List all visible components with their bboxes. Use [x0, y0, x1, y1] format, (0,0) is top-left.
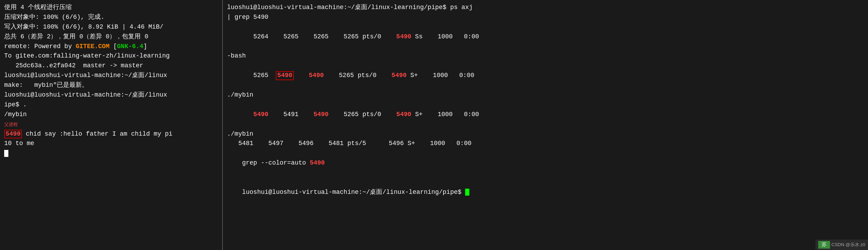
- left-line-3: 写入对象中: 100% (6/6), 8.92 KiB | 4.46 MiB/: [4, 22, 218, 32]
- left-line-6: To gitee.com:falling-water-zh/linux-lear…: [4, 51, 218, 61]
- gnk-label: GNK-6.4: [117, 43, 143, 50]
- right-prompt-bottom: luoshui@luoshui-virtual-machine:~/桌面/lin…: [227, 178, 864, 207]
- left-line-7: 25dc63a..e2fa042 master -> master: [4, 61, 218, 71]
- prompt-bottom-text: luoshui@luoshui-virtual-machine:~/桌面/lin…: [242, 189, 465, 196]
- pid-3: 5491: [268, 111, 314, 118]
- left-line-8: luoshui@luoshui-virtual-machine:~/桌面/lin…: [4, 71, 218, 81]
- left-terminal: 使用 4 个线程进行压缩 压缩对象中: 100% (6/6), 完成. 写入对象…: [0, 0, 223, 250]
- proc-2: 5490: [392, 72, 407, 79]
- chid-text: chid say :hello father I am child my pi: [22, 130, 172, 137]
- right-prompt-top: luoshui@luoshui-virtual-machine:~/桌面/lin…: [227, 3, 864, 13]
- rest-1: Ss 1000 0:00: [411, 33, 479, 40]
- pid-box-2: 5490: [276, 71, 294, 80]
- ppid-1: 5264 5265 5265 5265 pts/0: [242, 33, 396, 40]
- pgid-2: [294, 72, 309, 79]
- pgid-2-val: 5490: [309, 72, 324, 79]
- btn-su[interactable]: 苏: [818, 241, 830, 249]
- table-row-4: 5481 5497 5496 5481 pts/5 5496 S+ 1000 0…: [227, 139, 864, 149]
- grep-5490: 5490: [310, 159, 325, 166]
- table-row-2: 5265 5490 5490 5265 pts/0 5490 S+ 1000 0…: [227, 61, 864, 90]
- left-line-12: /mybin: [4, 110, 218, 120]
- pid-5490-box: 5490: [4, 130, 22, 139]
- bottom-bar: 苏 CSDN @乐水 z0: [815, 240, 868, 250]
- mybin-line-1: ./mybin: [227, 90, 864, 100]
- stat-3: S+ 1000 0:00: [411, 111, 479, 118]
- cursor-white: [4, 150, 8, 157]
- father-label: 父进程: [4, 122, 18, 127]
- mybin-line-2: ./mybin: [227, 129, 864, 139]
- left-line-11: ipe$ .: [4, 100, 218, 110]
- grep-text: grep --color=auto: [242, 159, 310, 166]
- left-line-10: luoshui@luoshui-virtual-machine:~/桌面/lin…: [4, 90, 218, 100]
- proc-3: 5490: [396, 111, 411, 118]
- ppid-3: 5490: [242, 111, 268, 118]
- gitee-label: GITEE.COM: [76, 43, 109, 50]
- pgid-3: 5490: [313, 111, 328, 118]
- grep-line: | grep 5490: [227, 13, 864, 22]
- right-terminal: luoshui@luoshui-virtual-machine:~/桌面/lin…: [223, 0, 868, 250]
- left-line-15: 10 to me: [4, 139, 218, 149]
- proc-1: 5490: [396, 33, 411, 40]
- bash-line: -bash: [227, 51, 864, 61]
- left-line-9: make: mybin"已是最新。: [4, 81, 218, 90]
- table-row-1: 5264 5265 5265 5265 pts/0 5490 Ss 1000 0…: [227, 22, 864, 52]
- left-line-1: 使用 4 个线程进行压缩: [4, 3, 218, 13]
- left-line-5: remote: Powered by GITEE.COM [GNK-6.4]: [4, 42, 218, 52]
- stat-2: S+ 1000 0:00: [407, 72, 474, 79]
- left-line-2: 压缩对象中: 100% (6/6), 完成.: [4, 13, 218, 22]
- left-line-13: 父进程: [4, 120, 218, 129]
- left-cursor-line: [4, 149, 218, 158]
- grep-cmd-line: grep --color=auto 5490: [227, 149, 864, 178]
- sid-3: 5265 pts/0: [329, 111, 396, 118]
- table-row-3: 5490 5491 5490 5265 pts/0 5490 S+ 1000 0…: [227, 100, 864, 129]
- left-line-14: 5490 chid say :hello father I am child m…: [4, 129, 218, 139]
- cursor-green: [465, 189, 469, 196]
- sid-2: 5265 pts/0: [324, 72, 391, 79]
- ppid-2: 5265: [242, 72, 276, 79]
- left-line-4: 总共 6（差异 2），复用 0（差异 0），包复用 0: [4, 32, 218, 42]
- csdn-label: CSDN @乐水 z0: [831, 242, 865, 248]
